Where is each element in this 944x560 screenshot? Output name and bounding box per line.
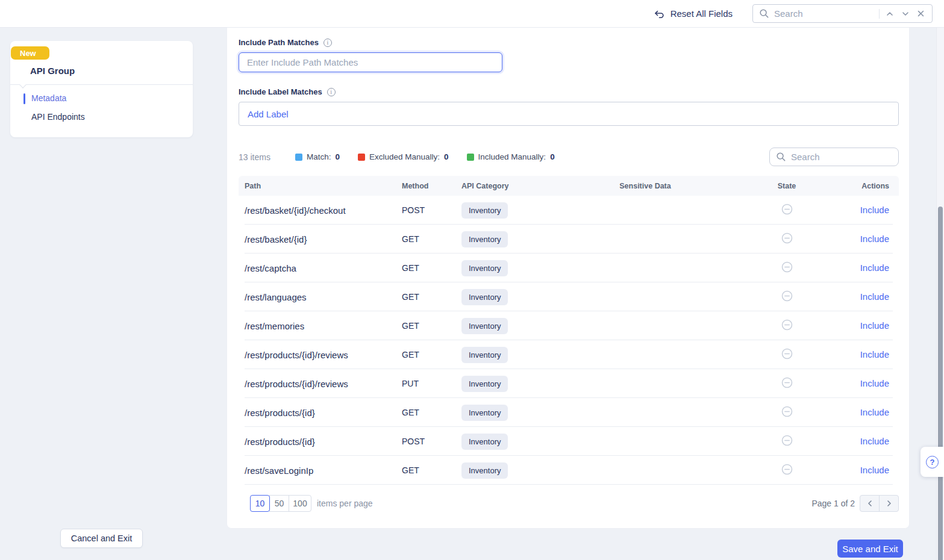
minus-circle-icon <box>781 348 793 359</box>
cell-path: /rest/saveLoginIp <box>239 465 402 476</box>
sidebar-item-api-endpoints[interactable]: API Endpoints <box>31 112 85 122</box>
cell-api-category: Inventory <box>461 347 561 363</box>
legend-swatch-icon <box>467 154 474 161</box>
page-size-100-button[interactable]: 100 <box>289 495 311 512</box>
api-category-chip: Inventory <box>461 434 508 450</box>
page-size-50-button[interactable]: 50 <box>269 495 289 512</box>
include-link[interactable]: Include <box>860 291 889 302</box>
cell-actions: Include <box>844 436 899 447</box>
column-header-method: Method <box>402 182 461 190</box>
items-count: 13 items <box>239 152 270 162</box>
add-label-button[interactable]: Add Label <box>248 109 289 119</box>
search-prev-button[interactable] <box>884 8 895 19</box>
page-size-selector: 1050100 <box>250 495 311 512</box>
endpoints-table: Path Method API Category Sensitive Data … <box>239 176 899 485</box>
legend-item: Match: 0 <box>295 152 340 161</box>
cell-api-category: Inventory <box>461 318 561 334</box>
table-toolbar: 13 items Match: 0Excluded Manually: 0Inc… <box>239 148 899 166</box>
include-link[interactable]: Include <box>860 436 889 446</box>
table-search-input[interactable] <box>791 152 892 162</box>
include-path-matches-input[interactable] <box>239 52 502 72</box>
minus-circle-icon <box>781 204 793 215</box>
global-search-input[interactable] <box>774 8 874 19</box>
top-bar: Reset All Fields <box>0 0 944 28</box>
help-button[interactable]: ? <box>921 447 944 477</box>
search-close-button[interactable] <box>916 8 926 19</box>
table-header-row: Path Method API Category Sensitive Data … <box>239 176 899 196</box>
previous-page-button[interactable] <box>860 495 880 512</box>
legend-count: 0 <box>444 152 449 161</box>
include-link[interactable]: Include <box>860 407 889 417</box>
cell-method: GET <box>402 263 461 273</box>
search-next-button[interactable] <box>900 8 911 19</box>
page-size-10-button[interactable]: 10 <box>250 495 270 512</box>
legend-label: Included Manually: <box>478 152 546 161</box>
include-link[interactable]: Include <box>860 234 889 244</box>
legend-count: 0 <box>550 152 555 161</box>
cell-path: /rest/products/{id}/reviews <box>239 350 402 360</box>
include-label-matches-label: Include Label Matches <box>239 87 322 96</box>
legend-swatch-icon <box>358 154 365 161</box>
include-link[interactable]: Include <box>860 263 889 273</box>
undo-icon <box>653 8 665 20</box>
include-link[interactable]: Include <box>860 320 889 331</box>
api-category-chip: Inventory <box>461 231 508 247</box>
label-matches-box: Add Label <box>239 102 899 126</box>
next-page-button[interactable] <box>879 495 899 512</box>
column-header-actions: Actions <box>844 182 899 190</box>
new-badge: New <box>11 46 49 60</box>
include-link[interactable]: Include <box>860 465 889 475</box>
cell-state <box>730 204 844 217</box>
api-group-sidebar: New API Group Metadata API Endpoints <box>10 41 193 137</box>
api-category-chip: Inventory <box>461 347 508 363</box>
cell-state <box>730 377 844 391</box>
cell-actions: Include <box>844 291 899 302</box>
cell-method: GET <box>402 321 461 331</box>
api-category-chip: Inventory <box>461 289 508 305</box>
include-link[interactable]: Include <box>860 378 889 388</box>
scrollbar-thumb[interactable] <box>938 207 943 560</box>
cell-method: POST <box>402 437 461 446</box>
api-category-chip: Inventory <box>461 202 508 219</box>
include-label-matches-label-row: Include Label Matches i <box>239 87 909 96</box>
cell-actions: Include <box>844 378 899 389</box>
sidebar-title: API Group <box>30 66 75 76</box>
column-header-path: Path <box>239 182 402 190</box>
cell-actions: Include <box>844 349 899 360</box>
chevron-up-icon <box>886 10 894 18</box>
table-row: /rest/memoriesGETInventoryInclude <box>239 311 899 340</box>
table-row: /rest/captchaGETInventoryInclude <box>239 254 899 282</box>
info-icon[interactable]: i <box>327 88 336 96</box>
cell-path: /rest/basket/{id}/checkout <box>239 205 402 216</box>
table-row: /rest/basket/{id}GETInventoryInclude <box>239 225 899 254</box>
search-icon <box>776 152 786 162</box>
cell-actions: Include <box>844 205 899 216</box>
include-link[interactable]: Include <box>860 349 889 359</box>
sidebar-item-metadata[interactable]: Metadata <box>31 93 66 103</box>
info-icon[interactable]: i <box>324 39 332 47</box>
cell-method: PUT <box>402 379 461 388</box>
search-icon <box>759 8 769 19</box>
cell-method: GET <box>402 234 461 244</box>
table-row: /rest/basket/{id}/checkoutPOSTInventoryI… <box>239 196 899 225</box>
cell-api-category: Inventory <box>461 231 561 247</box>
reset-all-fields-button[interactable]: Reset All Fields <box>653 8 733 20</box>
include-path-matches-label: Include Path Matches <box>239 38 319 47</box>
legend-swatch-icon <box>295 154 302 161</box>
cell-actions: Include <box>844 263 899 273</box>
cell-actions: Include <box>844 465 899 476</box>
cancel-and-exit-button[interactable]: Cancel and Exit <box>60 529 143 548</box>
cell-path: /rest/products/{id} <box>239 437 402 447</box>
minus-circle-icon <box>781 377 793 388</box>
pagination-row: 1050100 items per page Page 1 of 2 <box>239 495 899 512</box>
save-and-exit-button[interactable]: Save and Exit <box>837 540 903 558</box>
api-category-chip: Inventory <box>461 376 508 392</box>
cell-actions: Include <box>844 407 899 418</box>
cell-api-category: Inventory <box>461 202 561 219</box>
cell-api-category: Inventory <box>461 260 561 276</box>
cell-state <box>730 232 844 246</box>
table-row: /rest/saveLoginIpGETInventoryInclude <box>239 456 899 485</box>
legend-count: 0 <box>335 152 340 161</box>
include-link[interactable]: Include <box>860 205 889 215</box>
reset-all-fields-label: Reset All Fields <box>670 8 733 19</box>
